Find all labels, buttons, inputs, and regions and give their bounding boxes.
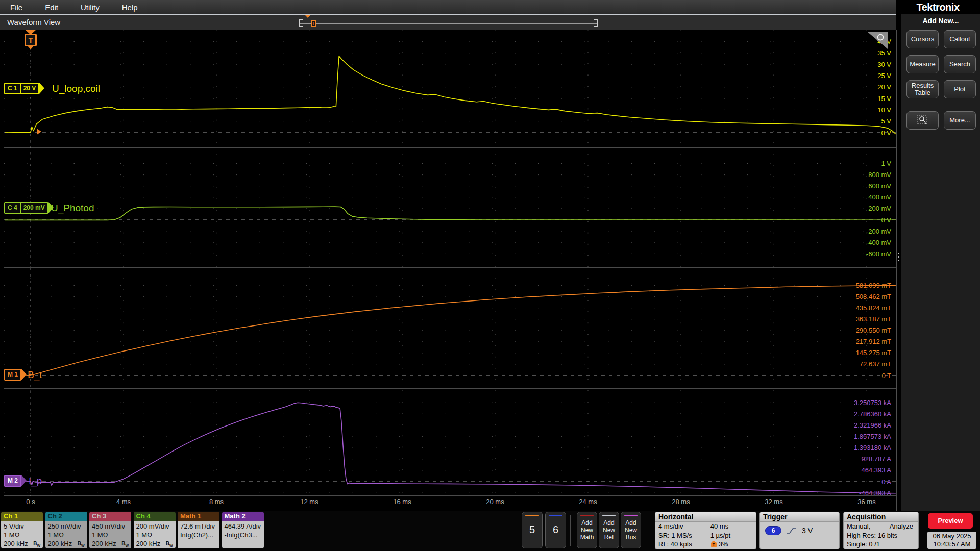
y-axis-label-math1: 290.550 mT xyxy=(856,327,891,334)
trigger-source-badge[interactable]: 6 xyxy=(765,526,781,535)
y-axis-label-math2: 2.321966 kA xyxy=(854,421,891,429)
more-button[interactable]: More... xyxy=(944,111,976,130)
trigger-panel[interactable]: Trigger 6 3 V xyxy=(760,512,840,549)
menu-file[interactable]: File xyxy=(10,3,22,12)
y-axis-label-ch4: 600 mV xyxy=(868,182,891,190)
trigger-position: T 3% xyxy=(710,540,753,549)
trigger-t-icon: T xyxy=(311,20,316,27)
y-axis-label-math2: 3.250753 kA xyxy=(854,399,891,407)
plot-button[interactable]: Plot xyxy=(944,80,976,98)
channel-handle-name: C 4 xyxy=(5,203,20,213)
waveform-label-ch4[interactable]: U_Photod xyxy=(51,203,94,214)
channel-badge-row: 1 MΩ xyxy=(136,531,176,539)
channel-handle-scale: 20 V xyxy=(20,84,39,93)
cursors-button[interactable]: Cursors xyxy=(906,30,939,48)
time-axis-label: 24 ms xyxy=(579,498,597,506)
time-axis-label: 28 ms xyxy=(672,498,690,506)
waveform-math1[interactable] xyxy=(5,286,896,375)
add-new-heading: Add New... xyxy=(901,17,980,25)
trigger-flag-tip xyxy=(28,46,34,49)
waveform-label-ch1[interactable]: U_loop,coil xyxy=(52,83,100,94)
channel-badge-math-1[interactable]: Math 172.6 mT/divIntg(Ch2)... xyxy=(178,512,219,548)
y-axis-label-ch4: 1 V xyxy=(881,160,891,167)
bandwidth-limit-icon: BW xyxy=(121,539,129,548)
waveform-label-math1[interactable]: B_t xyxy=(28,369,42,381)
channel-badge-ch-2[interactable]: Ch 2250 mV/div1 MΩBW200 kHz xyxy=(45,512,87,548)
channel-badge-row: 250 mV/div xyxy=(48,522,87,531)
channel-badge-row: BW200 kHz xyxy=(4,539,43,548)
add-button-text: Add xyxy=(577,519,597,527)
waveform-ch1[interactable] xyxy=(5,56,896,134)
waveform-label-math2[interactable]: I_p xyxy=(29,475,42,487)
channel-badge-row: 5 V/div xyxy=(4,522,43,531)
horizontal-panel[interactable]: Horizontal 4 ms/div40 ms SR: 1 MS/s1 µs/… xyxy=(655,512,756,549)
add-button-stripe xyxy=(580,515,594,516)
callout-button[interactable]: Callout xyxy=(944,30,976,48)
y-axis-label-ch1: 35 V xyxy=(877,49,891,57)
time-axis-label: 12 ms xyxy=(300,498,318,506)
waveform-plot[interactable]: 40 V35 V30 V25 V20 V15 V10 V5 V0 V1 V800… xyxy=(0,30,901,511)
acquisition-mode: Manual, xyxy=(847,522,870,531)
menu-utility[interactable]: Utility xyxy=(81,3,100,12)
channel-handle-ch1[interactable]: C 120 V xyxy=(4,83,39,94)
y-axis-label-math2: 1.857573 kA xyxy=(854,433,891,440)
channel-badge-ch-1[interactable]: Ch 15 V/div1 MΩBW200 kHz xyxy=(1,512,43,548)
add-new-bus-button[interactable]: AddNewBus xyxy=(621,512,641,548)
channel-badge-settings: 464.39 A/div-Intg(Ch3... xyxy=(222,521,264,548)
measure-button[interactable]: Measure xyxy=(906,55,939,73)
waveform-ch4[interactable] xyxy=(5,207,896,220)
add-button-text: Add xyxy=(621,519,641,527)
time-axis-label: 36 ms xyxy=(857,498,875,506)
tektronix-logo: Tektronix xyxy=(916,2,959,13)
add-button-text: Math xyxy=(577,534,597,541)
y-axis-label-ch1: 20 V xyxy=(877,83,891,91)
acquisition-panel[interactable]: Acquisition Manual, Analyze High Res: 16… xyxy=(843,512,919,549)
rising-edge-icon xyxy=(787,527,797,534)
channel-6-button[interactable]: 6 xyxy=(545,512,566,548)
y-axis-label-ch4: -600 mV xyxy=(866,250,891,258)
add-new-ref-button[interactable]: AddNewRef xyxy=(599,512,619,548)
channel-badge-ch-4[interactable]: Ch 4200 mV/div1 MΩBW200 kHz xyxy=(134,512,176,548)
overview-trigger-marker[interactable]: T xyxy=(305,18,312,27)
search-button[interactable]: Search xyxy=(944,55,976,73)
horizontal-position-bar[interactable]: T xyxy=(299,19,598,28)
channel-badge-title: Ch 3 xyxy=(89,512,131,521)
channel-badge-title: Ch 2 xyxy=(45,512,87,521)
channel-5-button[interactable]: 5 xyxy=(522,512,543,548)
time-text: 10:43:57 AM xyxy=(927,540,976,548)
y-axis-label-ch4: 800 mV xyxy=(868,171,891,179)
channel-badge-row: 1 MΩ xyxy=(4,531,43,539)
zoom-select-button[interactable] xyxy=(906,111,939,130)
time-axis-label: 8 ms xyxy=(209,498,224,506)
y-axis-label-math1: 72.637 mT xyxy=(860,360,891,368)
preview-button[interactable]: Preview xyxy=(928,513,973,529)
acquisition-title: Acquisition xyxy=(844,512,918,522)
add-button-text: New xyxy=(621,527,641,534)
channel-badge-ch-3[interactable]: Ch 3450 mV/div1 MΩBW200 kHz xyxy=(89,512,131,548)
tekscope-app: File Edit Utility Help Tektronix Wavefor… xyxy=(0,0,980,551)
menu-help[interactable]: Help xyxy=(122,3,138,12)
group-divider xyxy=(649,515,649,546)
channel-badge-row: BW200 kHz xyxy=(92,539,131,548)
panel-divider-handle[interactable] xyxy=(898,253,899,261)
bandwidth-limit-icon: BW xyxy=(166,539,173,548)
channel-badge-row: 464.39 A/div xyxy=(225,522,264,531)
trigger-position-flag[interactable]: T xyxy=(23,30,38,49)
horizontal-scale: 4 ms/div xyxy=(658,522,710,531)
trigger-flag-icon: T xyxy=(710,541,717,547)
trigger-level-arrow-icon[interactable] xyxy=(37,129,41,135)
add-new-math-button[interactable]: AddNewMath xyxy=(577,512,597,548)
channel-button-label: 5 xyxy=(522,524,542,536)
channel-handle-ch4[interactable]: C 4200 mV xyxy=(4,202,48,214)
overview-record-line xyxy=(300,23,597,24)
menu-bar: File Edit Utility Help xyxy=(0,0,896,14)
channel-badge-math-2[interactable]: Math 2464.39 A/div-Intg(Ch3... xyxy=(222,512,264,548)
channel-handle-arrow-icon xyxy=(21,475,27,486)
channel-handle-math2[interactable]: M 2 xyxy=(4,475,21,487)
menu-edit[interactable]: Edit xyxy=(45,3,58,12)
channel-handle-math1[interactable]: M 1 xyxy=(4,369,21,381)
logo-area: Tektronix xyxy=(896,0,980,14)
waveform-math2[interactable] xyxy=(5,403,896,493)
results-table-button[interactable]: Results Table xyxy=(906,80,939,98)
channel-badge-title: Math 2 xyxy=(222,512,264,521)
